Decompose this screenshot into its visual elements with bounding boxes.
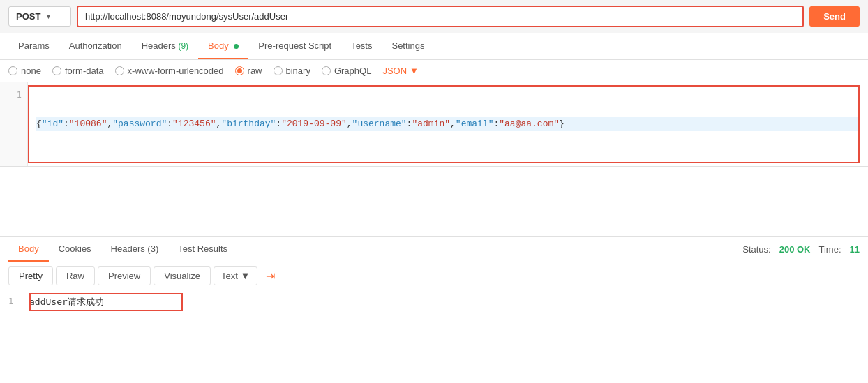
url-input-wrapper xyxy=(77,6,804,27)
time-label: Time: xyxy=(819,244,841,255)
method-chevron-icon: ▼ xyxy=(45,13,52,20)
response-text: addUser请求成功 xyxy=(29,296,104,307)
tab-params[interactable]: Params xyxy=(8,33,59,59)
resp-tab-headers[interactable]: Headers (3) xyxy=(101,237,169,262)
resp-tab-test-results[interactable]: Test Results xyxy=(168,237,237,262)
view-pretty-button[interactable]: Pretty xyxy=(8,266,53,285)
tab-body[interactable]: Body xyxy=(198,33,248,59)
response-section: Body Cookies Headers (3) Test Results St… xyxy=(0,237,868,384)
option-graphql[interactable]: GraphQL xyxy=(322,66,371,76)
option-none[interactable]: none xyxy=(8,66,41,76)
radio-form-data xyxy=(52,66,61,75)
json-type-selector[interactable]: JSON ▼ xyxy=(382,66,419,76)
editor-empty-space xyxy=(0,167,868,237)
tab-prerequest[interactable]: Pre-request Script xyxy=(248,33,341,59)
view-visualize-button[interactable]: Visualize xyxy=(154,266,211,285)
tab-tests[interactable]: Tests xyxy=(341,33,382,59)
code-line-1: {"id":"10086","password":"123456","birth… xyxy=(36,117,860,132)
view-preview-button[interactable]: Preview xyxy=(98,266,151,285)
option-urlencoded[interactable]: x-www-form-urlencoded xyxy=(115,66,224,76)
text-chevron-icon: ▼ xyxy=(241,271,250,281)
body-dot-indicator xyxy=(234,44,239,49)
text-format-selector[interactable]: Text ▼ xyxy=(214,266,257,285)
option-binary[interactable]: binary xyxy=(274,66,310,76)
view-raw-button[interactable]: Raw xyxy=(56,266,95,285)
app-container: POST ▼ Send Params Authorization Headers… xyxy=(0,0,868,383)
response-content-area: 1 addUser请求成功 xyxy=(0,290,868,384)
url-bar: POST ▼ Send xyxy=(0,0,868,33)
tab-headers[interactable]: Headers (9) xyxy=(132,33,198,59)
method-select[interactable]: POST ▼ xyxy=(8,6,71,27)
radio-urlencoded xyxy=(115,66,124,75)
url-input[interactable] xyxy=(77,6,804,27)
tab-authorization[interactable]: Authorization xyxy=(59,33,132,59)
option-raw[interactable]: raw xyxy=(235,66,262,76)
code-editor: 1 {"id":"10086","password":"123456","bir… xyxy=(0,82,868,167)
radio-raw xyxy=(235,66,244,75)
resp-tab-body[interactable]: Body xyxy=(8,237,49,262)
tab-settings[interactable]: Settings xyxy=(382,33,434,59)
resp-code: addUser请求成功 xyxy=(29,296,860,378)
status-value: 200 OK xyxy=(779,244,811,255)
resp-line-numbers: 1 xyxy=(8,296,29,378)
time-value: 11 xyxy=(850,244,860,255)
resp-tab-cookies[interactable]: Cookies xyxy=(49,237,101,262)
response-tabs-bar: Body Cookies Headers (3) Test Results St… xyxy=(0,237,868,262)
send-button[interactable]: Send xyxy=(809,6,860,27)
request-tabs: Params Authorization Headers (9) Body Pr… xyxy=(0,33,868,60)
response-toolbar: Pretty Raw Preview Visualize Text ▼ ⇥ xyxy=(0,262,868,290)
response-status-area: Status: 200 OK Time: 11 xyxy=(742,244,860,255)
line-numbers: 1 xyxy=(0,82,28,166)
wrap-icon[interactable]: ⇥ xyxy=(266,269,275,283)
radio-none xyxy=(8,66,17,75)
radio-graphql xyxy=(322,66,331,75)
radio-binary xyxy=(274,66,283,75)
status-label: Status: xyxy=(742,244,770,255)
line-number-1: 1 xyxy=(0,88,27,103)
json-chevron-icon: ▼ xyxy=(410,66,419,76)
method-label: POST xyxy=(16,11,40,22)
option-form-data[interactable]: form-data xyxy=(52,66,104,76)
code-content[interactable]: {"id":"10086","password":"123456","birth… xyxy=(28,82,868,166)
body-options: none form-data x-www-form-urlencoded raw… xyxy=(0,60,868,82)
